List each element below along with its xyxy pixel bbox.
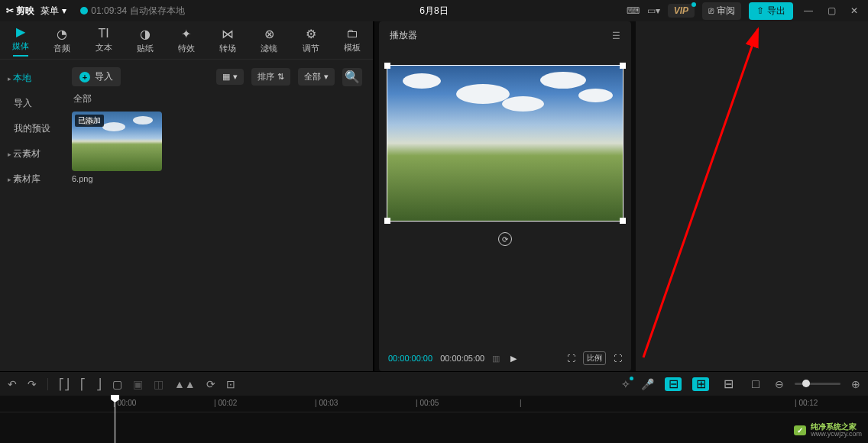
sidebar-item-local[interactable]: ▸本地 [0, 66, 61, 91]
timeline-ruler[interactable]: | 00:00 | 00:02 | 00:03 | 00:05 | | 00:1… [0, 396, 868, 412]
tab-effects[interactable]: ✦特效 [166, 21, 207, 59]
close-button[interactable]: ✕ [847, 5, 862, 16]
timeline-toolbar: ↶ ↷ ⎡⎦ ⎡ ⎦ ▢ ▣ ◫ ▲▲ ⟳ ⊡ ✧ 🎤 ⊟ ⊞ ⊟ □ ⊖ ⊕ [0, 371, 868, 396]
fullscreen-icon[interactable]: ⛶ [614, 354, 622, 363]
link-button[interactable]: ⊟ [720, 377, 737, 391]
align-button[interactable]: □ [747, 377, 764, 391]
cut-right-button[interactable]: ⎦ [96, 378, 102, 390]
timeline[interactable]: | 00:00 | 00:02 | 00:03 | 00:05 | | 00:1… [0, 396, 868, 443]
svg-line-0 [643, 29, 758, 357]
tab-filter[interactable]: ⊗滤镜 [248, 21, 290, 59]
player-panel: 播放器 ☰ ⟳ 00:00:00:00 00:00:05:00 ▥ ▶ [379, 21, 631, 371]
zoom-in-button[interactable]: ⊕ [851, 378, 860, 390]
crop-icon[interactable]: ⛶ [567, 354, 575, 363]
titlebar: ✂ 剪映 菜单 ▾ 01:09:34 自动保存本地 6月8日 ⌨ ▭▾ VIP … [0, 0, 868, 21]
resize-handle[interactable] [620, 218, 626, 224]
sidebar-item-presets[interactable]: 我的预设 [0, 116, 61, 141]
preview-frame[interactable] [387, 65, 623, 222]
filter-button[interactable]: 全部 ▾ [298, 68, 335, 86]
export-icon: ⇧ [756, 5, 764, 16]
menu-button[interactable]: 菜单 ▾ [40, 5, 66, 18]
media-toolbar: +导入 ▦▾ 排序 ⇅ 全部 ▾ 🔍 [72, 67, 362, 86]
player-menu-icon[interactable]: ☰ [612, 31, 620, 41]
audio-icon: ◔ [57, 27, 67, 41]
media-thumb[interactable]: 已添加 6.png [72, 112, 162, 183]
mirror-button[interactable]: ▲▲ [174, 378, 196, 390]
properties-panel [636, 21, 868, 371]
crop-tool-button[interactable]: ⊡ [226, 378, 235, 390]
view-grid-button[interactable]: ▦▾ [216, 69, 244, 85]
review-icon: ⎚ [708, 5, 714, 16]
export-button[interactable]: ⇧ 导出 [749, 2, 793, 20]
plus-icon: + [79, 72, 90, 82]
adjust-icon: ⚙ [306, 27, 316, 41]
player-viewport[interactable]: ⟳ [379, 50, 631, 345]
ratio-button[interactable]: 比例 [583, 351, 606, 365]
grid-icon: ▦ [222, 72, 230, 82]
group-label: 全部 [73, 92, 362, 105]
delete-button[interactable]: ▢ [112, 378, 122, 390]
tick: | 00:02 [214, 399, 237, 407]
sort-button[interactable]: 排序 ⇅ [251, 68, 290, 86]
watermark-logo: ✓ [794, 425, 806, 435]
rotate-handle[interactable]: ⟳ [498, 232, 512, 246]
sidebar-item-cloud[interactable]: ▸云素材 [0, 141, 61, 167]
tab-transition[interactable]: ⋈转场 [207, 21, 248, 59]
maximize-button[interactable]: ▢ [824, 5, 839, 16]
mic-button[interactable]: 🎤 [641, 378, 654, 390]
magic-button[interactable]: ✧ [621, 378, 630, 390]
playhead[interactable] [115, 396, 115, 443]
autosave-status: 01:09:34 自动保存本地 [80, 5, 185, 18]
rotate-button[interactable]: ⟳ [206, 378, 215, 390]
template-icon: 🗀 [346, 27, 358, 40]
redo-button[interactable]: ↷ [28, 378, 37, 390]
preview-toggle[interactable]: ⊞ [692, 377, 709, 391]
chevron-right-icon: ▸ [8, 176, 11, 183]
project-name[interactable]: 6月8日 [419, 5, 448, 18]
tab-text[interactable]: TI文本 [83, 21, 124, 59]
tab-sticker[interactable]: ◑贴纸 [125, 21, 166, 59]
media-sidebar: ▸本地 导入 我的预设 ▸云素材 ▸素材库 [0, 60, 61, 371]
tab-adjust[interactable]: ⚙调节 [290, 21, 332, 59]
text-icon: TI [98, 27, 108, 40]
thumb-name: 6.png [72, 174, 162, 183]
tab-media[interactable]: ▶媒体 [0, 21, 41, 59]
tab-template[interactable]: 🗀模板 [332, 21, 373, 59]
sticker-icon: ◑ [140, 27, 151, 41]
undo-button[interactable]: ↶ [8, 378, 17, 390]
import-button[interactable]: +导入 [72, 67, 121, 86]
total-time: 00:00:05:00 [440, 354, 484, 363]
transition-icon: ⋈ [222, 27, 234, 41]
player-controls: 00:00:00:00 00:00:05:00 ▥ ▶ ⛶ 比例 ⛶ [379, 345, 631, 371]
category-tabs: ▶媒体 ◔音频 TI文本 ◑贴纸 ✦特效 ⋈转场 ⊗滤镜 ⚙调节 🗀模板 [0, 21, 373, 60]
thumb-image: 已添加 [72, 112, 162, 171]
review-button[interactable]: ⎚ 审阅 [702, 2, 741, 20]
zoom-out-button[interactable]: ⊖ [775, 378, 784, 390]
columns-icon[interactable]: ▥ [492, 354, 500, 364]
split-button[interactable]: ⎡⎦ [59, 378, 70, 390]
ripple-button[interactable]: ▣ [133, 378, 143, 390]
freeze-button[interactable]: ◫ [154, 378, 164, 390]
filter-icon: ⊗ [264, 27, 274, 41]
resize-handle[interactable] [384, 218, 390, 224]
cut-left-button[interactable]: ⎡ [80, 378, 86, 390]
resize-handle[interactable] [620, 63, 626, 69]
watermark-url: www.ycwjzy.com [811, 431, 862, 438]
snap-button[interactable]: ⊟ [665, 377, 682, 391]
zoom-slider[interactable] [795, 383, 840, 385]
search-button[interactable]: 🔍 [342, 68, 362, 86]
tick: | 00:12 [795, 399, 818, 407]
keyboard-icon[interactable]: ⌨ [627, 5, 640, 16]
app-logo: ✂ 剪映 [6, 5, 34, 18]
minimize-button[interactable]: — [801, 5, 816, 16]
layout-icon[interactable]: ▭▾ [647, 5, 660, 16]
tab-audio[interactable]: ◔音频 [41, 21, 83, 59]
player-title: 播放器 [390, 29, 417, 42]
resize-handle[interactable] [384, 63, 390, 69]
sidebar-item-library[interactable]: ▸素材库 [0, 167, 61, 192]
vip-badge[interactable]: VIP [668, 4, 695, 18]
sidebar-item-import[interactable]: 导入 [0, 91, 61, 116]
current-time: 00:00:00:00 [388, 354, 432, 363]
play-button[interactable]: ▶ [510, 354, 517, 364]
annotation-arrow [636, 21, 868, 371]
